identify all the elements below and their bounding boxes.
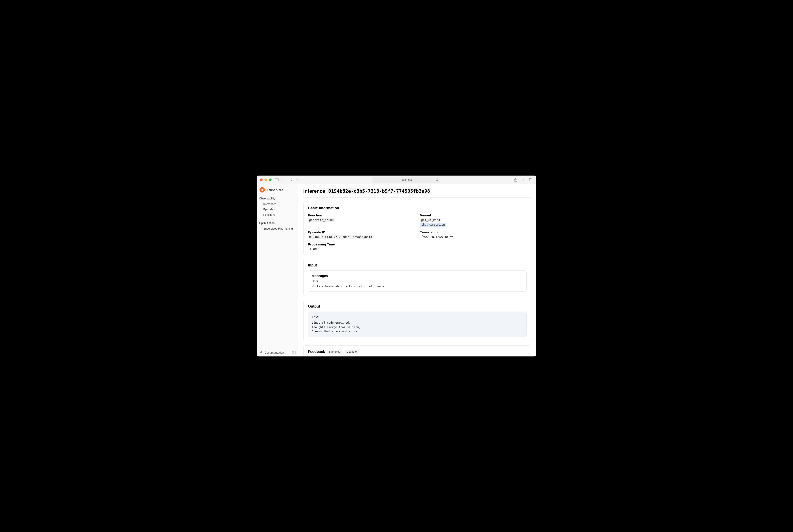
- nav-items-observability: Inferences Episodes Functions: [260, 202, 298, 217]
- input-heading: Input: [308, 263, 527, 267]
- episode-block: Episode ID 0194b82e-bf4d-7712-b06d-15b9a…: [308, 230, 414, 239]
- chevron-down-icon[interactable]: [280, 177, 284, 182]
- message-content: Write a haiku about artificial intellige…: [312, 284, 523, 288]
- browser-window: localhost 0 TensorZero: [257, 175, 536, 357]
- new-tab-icon[interactable]: [521, 177, 525, 182]
- brand[interactable]: 0 TensorZero: [257, 184, 298, 196]
- back-button[interactable]: [289, 177, 293, 182]
- svg-rect-7: [292, 351, 295, 354]
- nav-items-optimization: Supervised Fine-Tuning: [260, 226, 298, 231]
- documentation-link[interactable]: Documentation: [264, 351, 284, 354]
- nav-section-observability: Observability: [257, 196, 298, 202]
- sidebar-item-inferences[interactable]: Inferences: [260, 202, 298, 207]
- variant-block: Variant gpt_4o_mini chat_completion: [420, 213, 527, 227]
- title-divider: [303, 197, 531, 198]
- message-role: User: [312, 279, 523, 283]
- feedback-scope-badge: inference: [327, 349, 342, 354]
- forward-button[interactable]: [295, 177, 299, 182]
- output-card: Output Text Lines of code entwined, Thou…: [303, 300, 531, 341]
- episode-value[interactable]: 0194b82e-bf4d-7712-b06d-15b9a535ba1a: [308, 235, 373, 239]
- sidebar-item-functions[interactable]: Functions: [260, 212, 298, 217]
- collapse-sidebar-icon[interactable]: [292, 351, 295, 354]
- sidebar-item-episodes[interactable]: Episodes: [260, 207, 298, 212]
- basic-info-card: Basic Information Function generate_haik…: [303, 202, 531, 255]
- sidebar-item-sft[interactable]: Supervised Fine-Tuning: [260, 226, 298, 231]
- basic-info-heading: Basic Information: [308, 206, 527, 210]
- variant-type: chat_completion: [420, 223, 446, 227]
- variant-label: Variant: [420, 213, 527, 217]
- maximize-window-button[interactable]: [269, 178, 272, 181]
- sidebar-footer: Documentation: [257, 348, 298, 357]
- window-controls: [260, 178, 272, 181]
- main-content: Inference 0194b82e-c3b5-7313-b9f7-774505…: [298, 184, 536, 357]
- processing-label: Processing Time: [308, 242, 527, 246]
- close-window-button[interactable]: [260, 178, 263, 181]
- variant-value[interactable]: gpt_4o_mini: [420, 218, 441, 222]
- nav-section-optimization: Optimization: [257, 221, 298, 226]
- function-block: Function generate_haiku: [308, 213, 414, 227]
- timestamp-label: Timestamp: [420, 230, 527, 234]
- sidebar-toggle-icon[interactable]: [274, 177, 279, 182]
- share-icon[interactable]: [513, 177, 518, 182]
- processing-block: Processing Time 1128ms: [308, 242, 527, 251]
- page-title: Inference 0194b82e-c3b5-7313-b9f7-774505…: [303, 188, 531, 194]
- feedback-heading: Feedback: [308, 349, 325, 354]
- function-label: Function: [308, 213, 414, 217]
- output-heading: Output: [308, 304, 527, 308]
- svg-rect-0: [275, 178, 278, 181]
- timestamp-block: Timestamp 1/30/2025, 12:07:40 PM: [420, 230, 527, 239]
- output-subcard: Text Lines of code entwined, Thoughts em…: [308, 311, 527, 337]
- reload-icon[interactable]: [436, 178, 439, 181]
- brand-logo-letter: 0: [261, 188, 263, 192]
- output-content: Lines of code entwined, Thoughts emerge …: [312, 321, 523, 334]
- input-card: Input Messages User Write a haiku about …: [303, 259, 531, 296]
- tabs-overview-icon[interactable]: [529, 177, 533, 182]
- output-text-heading: Text: [312, 315, 523, 319]
- feedback-card: Feedback inference Count: 0: [303, 345, 531, 357]
- minimize-window-button[interactable]: [264, 178, 267, 181]
- messages-heading: Messages: [312, 274, 523, 278]
- function-value[interactable]: generate_haiku: [308, 218, 335, 222]
- messages-subcard: Messages User Write a haiku about artifi…: [308, 270, 527, 292]
- document-icon: [259, 350, 263, 354]
- page-title-prefix: Inference: [303, 188, 325, 194]
- svg-rect-4: [530, 179, 532, 181]
- timestamp-value: 1/30/2025, 12:07:40 PM: [420, 235, 527, 239]
- address-text: localhost: [401, 178, 412, 182]
- sidebar: 0 TensorZero Observability Inferences Ep…: [257, 184, 298, 357]
- inference-id: 0194b82e-c3b5-7313-b9f7-774505fb3a98: [327, 188, 431, 194]
- address-bar[interactable]: localhost: [372, 177, 440, 183]
- processing-value: 1128ms: [308, 247, 527, 251]
- feedback-count-badge: Count: 0: [345, 349, 359, 354]
- brand-name: TensorZero: [267, 188, 283, 192]
- titlebar: localhost: [257, 175, 536, 184]
- episode-label: Episode ID: [308, 230, 414, 234]
- brand-logo: 0: [259, 187, 265, 192]
